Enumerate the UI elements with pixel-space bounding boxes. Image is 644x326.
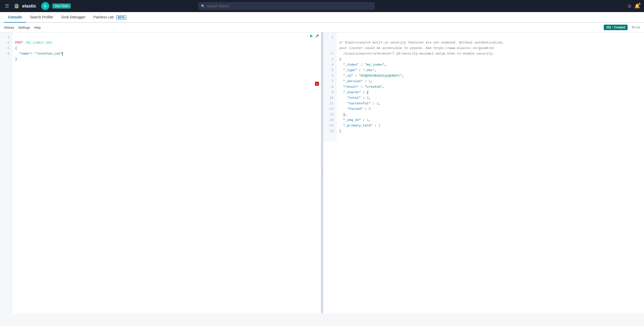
hamburger-menu-button[interactable]: ☰ — [4, 2, 10, 10]
editor-actions — [309, 34, 319, 39]
help-icon-button[interactable]: ⊙ — [628, 3, 631, 9]
svg-point-4 — [15, 4, 18, 8]
editor-content: 1 ▾ 2 3 ▴ 4 POST /my_index/_doc { "name"… — [0, 32, 321, 313]
tabs-bar: Console Search Profiler Grok Debugger Pa… — [0, 12, 644, 23]
history-link[interactable]: History — [4, 26, 14, 29]
help-circle-icon: ⊙ — [628, 4, 631, 9]
elastic-logo: elastic — [13, 3, 36, 10]
search-input[interactable] — [198, 2, 375, 10]
panel-divider[interactable]: ⋮ — [321, 32, 323, 313]
method-token: POST — [15, 41, 23, 44]
response-line-numbers: 1 ▾ 2 3 4 5 6 7 ▾ 8 9 10 11 — [323, 32, 336, 142]
response-time: 90 ms — [632, 26, 640, 29]
editor-container: 1 ▾ 2 3 ▴ 4 POST /my_index/_doc { "name"… — [0, 32, 644, 313]
error-icon[interactable]: ✕ — [315, 82, 319, 86]
wrench-icon — [315, 34, 319, 38]
top-navigation: ☰ elastic D Dev Tools 🔍 ⊙ 🔔 — [0, 0, 644, 12]
resp-fold-15[interactable]: ▴ — [328, 123, 329, 128]
notification-dot — [638, 3, 640, 5]
svg-marker-5 — [310, 34, 313, 37]
resp-fold-2[interactable]: ▾ — [330, 51, 331, 57]
elastic-logo-icon — [13, 3, 20, 10]
status-badge: 201 - Created — [604, 25, 628, 30]
beta-badge: BETA — [116, 15, 126, 20]
help-link[interactable]: Help — [34, 26, 41, 29]
text-cursor — [62, 52, 63, 56]
response-content: 1 ▾ 2 3 4 5 6 7 ▾ 8 9 10 11 — [323, 32, 644, 142]
resp-fold-8[interactable]: ▾ — [330, 84, 331, 90]
query-settings-button[interactable] — [315, 34, 319, 39]
notifications-button[interactable]: 🔔 — [634, 3, 640, 9]
nav-right-icons: ⊙ 🔔 — [628, 3, 640, 9]
editor-panel[interactable]: 1 ▾ 2 3 ▴ 4 POST /my_index/_doc { "name"… — [0, 32, 321, 313]
tab-console[interactable]: Console — [4, 12, 26, 23]
line-num-4: ▴ 4 — [0, 51, 12, 57]
search-bar-container: 🔍 — [198, 2, 375, 10]
user-avatar[interactable]: D — [41, 2, 49, 10]
path-token: /my_index/_doc — [25, 41, 52, 44]
line-numbers: 1 ▾ 2 3 ▴ 4 — [0, 32, 12, 313]
line-num-3: 3 — [0, 45, 12, 51]
response-panel: 1 ▾ 2 3 4 5 6 7 ▾ 8 9 10 11 — [323, 32, 644, 313]
line-num-1: 1 — [0, 34, 12, 40]
console-toolbar: History Settings Help 201 - Created 90 m… — [0, 23, 644, 32]
fold-arrow-2[interactable]: ▾ — [6, 40, 7, 45]
resp-fold-12[interactable]: ▴ — [328, 106, 329, 112]
dev-tools-badge[interactable]: Dev Tools — [52, 4, 70, 9]
response-output: #! Elasticsearch built-in security featu… — [336, 32, 644, 142]
play-icon — [309, 34, 313, 38]
tab-grok-debugger[interactable]: Grok Debugger — [57, 12, 90, 23]
settings-link[interactable]: Settings — [18, 26, 30, 29]
line-num-2: ▾ 2 — [0, 40, 12, 45]
svg-point-6 — [316, 37, 316, 37]
run-button[interactable] — [309, 34, 313, 39]
tab-painless-lab[interactable]: Painless Lab BETA — [90, 12, 131, 23]
tab-search-profiler[interactable]: Search Profiler — [26, 12, 57, 23]
code-editor[interactable]: POST /my_index/_doc { "name": "Jonathan_… — [12, 32, 321, 313]
search-icon: 🔍 — [201, 4, 205, 8]
fold-arrow-4[interactable]: ▴ — [6, 51, 7, 57]
elastic-text: elastic — [22, 4, 36, 9]
